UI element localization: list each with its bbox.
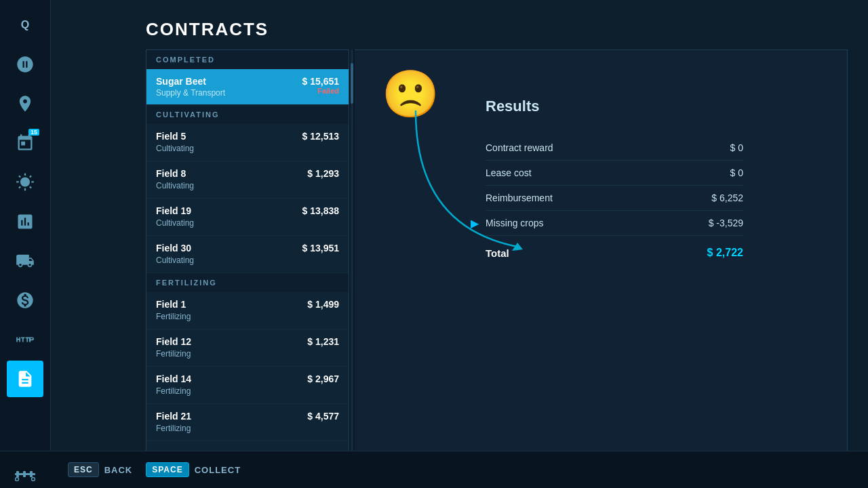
- space-key[interactable]: SPACE: [146, 462, 189, 477]
- contract-sub-field21: Fertilizing: [156, 424, 191, 433]
- results-row-reimbursement: Reimbursement $ 6,252: [486, 186, 743, 211]
- section-fertilizing: FERTILIZING: [146, 273, 349, 292]
- sidebar-item-animal[interactable]: [7, 321, 43, 358]
- contract-field-5[interactable]: Field 5 $ 12,513 Cultivating: [146, 124, 349, 161]
- contract-amount-field1: $ 1,499: [307, 299, 339, 310]
- contract-field-8[interactable]: Field 8 $ 1,293 Cultivating: [146, 161, 349, 199]
- svg-rect-3: [23, 471, 26, 477]
- sidebar: Q 15: [0, 0, 51, 488]
- contract-field-19[interactable]: Field 19 $ 13,838 Cultivating: [146, 199, 349, 236]
- contract-sub-field5: Cultivating: [156, 144, 194, 153]
- esc-key[interactable]: ESC: [68, 462, 99, 477]
- sidebar-item-q[interactable]: Q: [7, 7, 43, 43]
- contract-amount-field12: $ 1,231: [307, 336, 339, 347]
- contract-name-sugar-beet: Sugar Beet: [156, 76, 206, 87]
- contract-sub-field12: Fertilizing: [156, 349, 191, 359]
- results-label-lease-cost: Lease cost: [486, 167, 532, 178]
- contract-name-field19: Field 19: [156, 205, 191, 216]
- contract-name-field1: Field 1: [156, 299, 186, 310]
- results-label-contract-reward: Contract reward: [486, 142, 553, 153]
- bottom-left-icons: [7, 468, 43, 483]
- contract-name-field30: Field 30: [156, 243, 191, 253]
- contract-sub-field19: Cultivating: [156, 218, 194, 228]
- esc-back-button[interactable]: ESC BACK: [68, 462, 132, 477]
- contract-name-field8: Field 8: [156, 168, 186, 179]
- sidebar-item-stats[interactable]: [7, 203, 43, 240]
- contract-sub-field14: Fertilizing: [156, 386, 191, 396]
- results-label-reimbursement: Reimbursement: [486, 192, 553, 203]
- failed-badge: Failed: [317, 87, 339, 98]
- contract-sub-field30: Cultivating: [156, 256, 194, 265]
- contract-name-field5: Field 5: [156, 131, 186, 142]
- section-cultivating: CULTIVATING: [146, 105, 349, 124]
- section-completed: COMPLETED: [146, 50, 349, 69]
- contracts-panel: COMPLETED Sugar Beet $ 15,651 Supply & T…: [146, 49, 349, 488]
- contract-sub-field1: Fertilizing: [156, 312, 191, 321]
- sidebar-item-vehicle[interactable]: [7, 85, 43, 122]
- contract-sugar-beet[interactable]: Sugar Beet $ 15,651 Supply & Transport F…: [146, 69, 349, 105]
- results-row-missing-crops: ▶ Missing crops $ -3,529: [486, 211, 743, 236]
- results-value-missing-crops: $ -3,529: [709, 218, 743, 228]
- contract-amount-field19: $ 13,838: [302, 205, 340, 216]
- svg-point-5: [16, 478, 19, 481]
- results-title: Results: [486, 98, 770, 115]
- contract-name-field12: Field 12: [156, 336, 191, 347]
- contracts-scroll[interactable]: COMPLETED Sugar Beet $ 15,651 Supply & T…: [146, 50, 349, 487]
- bottom-bar: ESC BACK SPACE COLLECT: [0, 451, 868, 488]
- contract-name-field21: Field 21: [156, 411, 191, 422]
- results-row-contract-reward: Contract reward $ 0: [486, 136, 743, 161]
- sidebar-item-calendar[interactable]: 15: [7, 125, 43, 161]
- results-row-total: Total $ 2,722: [486, 240, 743, 266]
- svg-rect-2: [16, 471, 19, 477]
- results-table: Contract reward $ 0 Lease cost $ 0 Reimb…: [486, 136, 743, 266]
- contract-amount-field21: $ 4,577: [307, 411, 339, 422]
- contract-field-12[interactable]: Field 12 $ 1,231 Fertilizing: [146, 329, 349, 367]
- contract-field-30[interactable]: Field 30 $ 13,951 Cultivating: [146, 236, 349, 273]
- sidebar-item-trade[interactable]: [7, 46, 43, 83]
- main-content: CONTRACTS COMPLETED Sugar Beet $ 15,651 …: [51, 0, 868, 488]
- content-area: COMPLETED Sugar Beet $ 15,651 Supply & T…: [51, 49, 868, 488]
- sidebar-item-contracts[interactable]: [7, 361, 43, 397]
- contract-sub-field8: Cultivating: [156, 181, 194, 190]
- collect-label: COLLECT: [195, 465, 241, 475]
- contract-name-field14: Field 14: [156, 373, 191, 384]
- contract-amount-field30: $ 13,951: [302, 243, 340, 253]
- results-label-missing-crops: Missing crops: [486, 218, 544, 228]
- contract-amount-sugar-beet: $ 15,651: [302, 76, 340, 87]
- svg-point-6: [32, 478, 35, 481]
- results-value-lease-cost: $ 0: [730, 167, 743, 178]
- contract-amount-field5: $ 12,513: [302, 131, 340, 142]
- results-row-lease-cost: Lease cost $ 0: [486, 161, 743, 186]
- space-collect-button[interactable]: SPACE COLLECT: [146, 462, 241, 477]
- contract-field-1[interactable]: Field 1 $ 1,499 Fertilizing: [146, 292, 349, 329]
- sidebar-item-money[interactable]: [7, 282, 43, 319]
- contract-sub-sugar-beet: Supply & Transport: [156, 88, 225, 98]
- bottom-icon-conveyor[interactable]: [7, 468, 43, 483]
- results-value-contract-reward: $ 0: [730, 142, 743, 153]
- emoji-face: 🙁: [382, 70, 439, 117]
- contract-field-21[interactable]: Field 21 $ 4,577 Fertilizing: [146, 404, 349, 441]
- sidebar-item-weather[interactable]: [7, 164, 43, 201]
- page-title: CONTRACTS: [51, 0, 868, 49]
- results-panel: 🙁 Results Contract reward $ 0 Lease cost: [355, 49, 848, 488]
- contract-amount-field8: $ 1,293: [307, 168, 339, 179]
- results-value-reimbursement: $ 6,252: [711, 192, 743, 203]
- sidebar-item-tractor[interactable]: [7, 243, 43, 279]
- emoji-container: 🙁: [382, 70, 439, 117]
- results-label-total: Total: [486, 247, 509, 259]
- contract-field-14[interactable]: Field 14 $ 2,967 Fertilizing: [146, 367, 349, 404]
- scrollbar[interactable]: [349, 49, 355, 488]
- svg-rect-4: [30, 471, 33, 477]
- results-value-total: $ 2,722: [707, 247, 743, 259]
- contract-amount-field14: $ 2,967: [307, 373, 339, 384]
- back-label: BACK: [104, 465, 133, 475]
